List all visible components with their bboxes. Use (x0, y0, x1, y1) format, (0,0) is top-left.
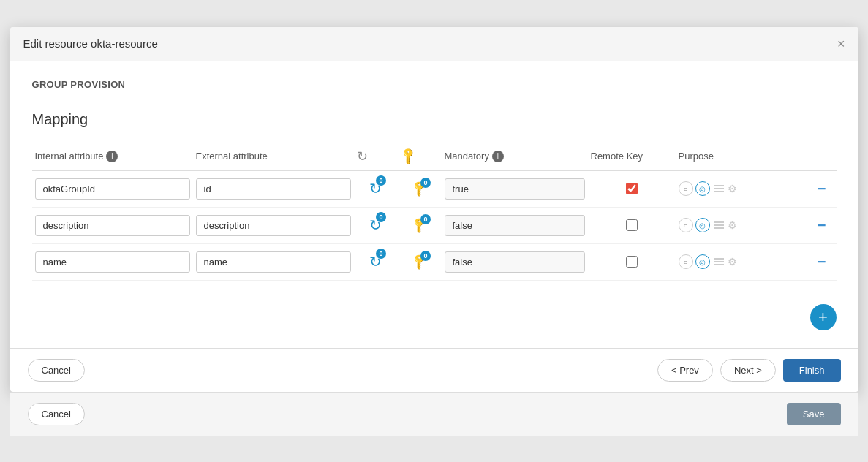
row1-key-cell: 🔑 0 (398, 182, 442, 195)
add-mapping-button[interactable]: + (810, 304, 837, 330)
table-row: ↻ 0 🔑 0 (32, 208, 837, 244)
row2-mandatory-input[interactable] (445, 215, 585, 236)
row3-internal-input[interactable] (35, 251, 190, 273)
row3-refresh-cell: ↻ 0 (354, 253, 398, 270)
table-row: ↻ 0 🔑 0 (32, 171, 837, 208)
row2-remote-key-checkbox[interactable] (626, 219, 638, 231)
row1-key-btn[interactable]: 🔑 0 (412, 182, 426, 195)
modal-title: Edit resource okta-resource (23, 37, 158, 50)
row3-remote-key-checkbox[interactable] (626, 256, 638, 268)
row2-checkbox-cell (588, 219, 676, 231)
row2-key-btn[interactable]: 🔑 0 (412, 219, 426, 232)
row2-internal-cell (32, 215, 193, 236)
row2-purpose-gear[interactable]: ⚙ (728, 219, 737, 231)
row1-purpose-lines[interactable] (712, 183, 725, 194)
row1-mandatory-cell (442, 178, 588, 200)
row3-purpose-icons: ○ ◎ ⚙ (679, 254, 737, 269)
modal-footer: Cancel < Prev Next > Finish (10, 348, 858, 392)
row1-remove-button[interactable]: − (818, 181, 826, 196)
row1-purpose-icons: ○ ◎ ⚙ (679, 181, 737, 196)
row2-external-cell (193, 215, 354, 236)
row3-checkbox-cell (588, 256, 676, 268)
col-internal-attribute: Internal attribute i (32, 151, 193, 162)
row3-remove-button[interactable]: − (818, 254, 826, 269)
row3-purpose-lines[interactable] (712, 257, 725, 267)
row3-purpose-icon-1[interactable]: ○ (679, 254, 693, 269)
row2-mandatory-cell (442, 215, 588, 236)
col-key-icon: 🔑 (398, 149, 442, 163)
row3-purpose-gear[interactable]: ⚙ (728, 256, 737, 268)
row2-purpose-icon-1[interactable]: ○ (679, 218, 693, 232)
row3-key-btn[interactable]: 🔑 0 (412, 255, 426, 268)
row2-purpose-icon-2[interactable]: ◎ (695, 218, 710, 232)
row3-mandatory-input[interactable] (445, 251, 585, 273)
row1-external-input[interactable] (196, 178, 351, 200)
row1-purpose-cell: ○ ◎ ⚙ (676, 181, 807, 196)
row1-purpose-gear[interactable]: ⚙ (728, 183, 737, 194)
row1-internal-cell (32, 178, 193, 200)
row1-checkbox-cell (588, 183, 676, 194)
outer-footer: Cancel Save (10, 392, 858, 436)
cancel-button[interactable]: Cancel (28, 359, 85, 382)
row2-internal-input[interactable] (35, 215, 190, 236)
group-provision-title: GROUP provision (32, 79, 837, 99)
row3-purpose-cell: ○ ◎ ⚙ (676, 254, 807, 269)
row2-remove-button[interactable]: − (818, 218, 826, 232)
mapping-table: Internal attribute i External attribute … (32, 143, 837, 281)
row1-external-cell (193, 178, 354, 200)
row2-purpose-cell: ○ ◎ ⚙ (676, 218, 807, 232)
col-external-attribute: External attribute (193, 151, 354, 162)
row3-external-input[interactable] (196, 251, 351, 273)
edit-resource-modal: Edit resource okta-resource × GROUP prov… (10, 27, 858, 392)
row2-refresh-cell: ↻ 0 (354, 216, 398, 234)
outer-cancel-button[interactable]: Cancel (28, 403, 85, 425)
col-remote-key: Remote Key (588, 151, 676, 162)
col-mandatory: Mandatory i (442, 151, 588, 162)
row2-refresh-btn[interactable]: ↻ 0 (369, 216, 382, 234)
row1-remote-key-checkbox[interactable] (626, 183, 638, 194)
row3-external-cell (193, 251, 354, 273)
row1-internal-input[interactable] (35, 178, 190, 200)
row1-purpose-icon-2[interactable]: ◎ (695, 181, 710, 196)
row1-remove-cell: − (807, 181, 837, 196)
table-row: ↻ 0 🔑 0 (32, 244, 837, 281)
row3-key-cell: 🔑 0 (398, 255, 442, 268)
mapping-title: Mapping (32, 111, 837, 128)
row3-refresh-btn[interactable]: ↻ 0 (369, 253, 382, 270)
row2-purpose-icons: ○ ◎ ⚙ (679, 218, 737, 232)
row2-key-cell: 🔑 0 (398, 219, 442, 232)
row2-remove-cell: − (807, 218, 837, 232)
col-refresh-icon: ↻ (354, 148, 398, 164)
row1-mandatory-input[interactable] (445, 178, 585, 200)
modal-close-button[interactable]: × (837, 37, 845, 50)
mandatory-info-icon[interactable]: i (492, 151, 504, 162)
row2-external-input[interactable] (196, 215, 351, 236)
internal-attribute-info-icon[interactable]: i (106, 151, 118, 162)
prev-button[interactable]: < Prev (657, 359, 713, 382)
finish-button[interactable]: Finish (783, 359, 841, 382)
table-header: Internal attribute i External attribute … (32, 143, 837, 171)
modal-header: Edit resource okta-resource × (10, 27, 858, 61)
row1-refresh-btn[interactable]: ↻ 0 (369, 180, 382, 197)
footer-right: < Prev Next > Finish (657, 359, 841, 382)
next-button[interactable]: Next > (720, 359, 776, 382)
row3-mandatory-cell (442, 251, 588, 273)
outer-save-button[interactable]: Save (787, 403, 841, 425)
modal-body: GROUP provision Mapping Internal attribu… (10, 61, 858, 348)
row3-internal-cell (32, 251, 193, 273)
row3-remove-cell: − (807, 254, 837, 269)
row2-purpose-lines[interactable] (712, 220, 725, 230)
row1-purpose-icon-1[interactable]: ○ (679, 181, 693, 196)
row3-purpose-icon-2[interactable]: ◎ (695, 254, 710, 269)
row1-refresh-cell: ↻ 0 (354, 180, 398, 197)
col-purpose: Purpose (676, 151, 807, 162)
